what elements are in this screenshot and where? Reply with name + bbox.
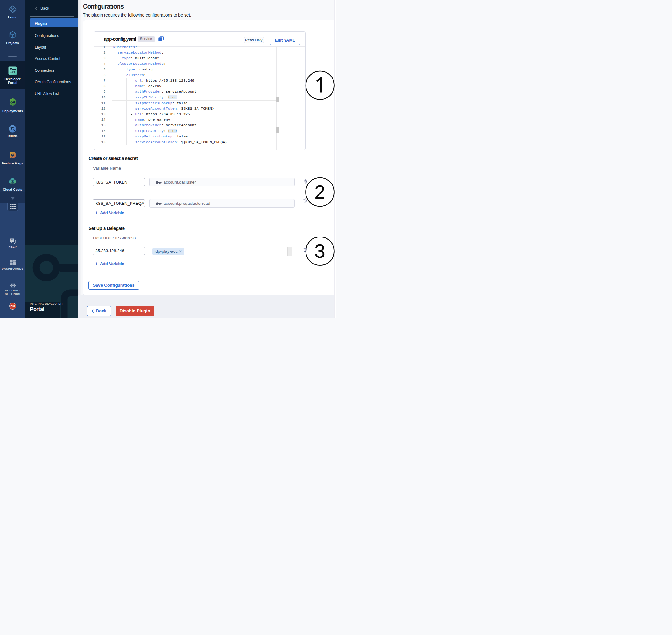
svg-text:INTERNAL DEVELOPER: INTERNAL DEVELOPER	[30, 302, 63, 305]
svg-text:?: ?	[11, 239, 13, 242]
svg-text:Portal: Portal	[30, 306, 44, 312]
svg-text:$: $	[12, 179, 14, 184]
